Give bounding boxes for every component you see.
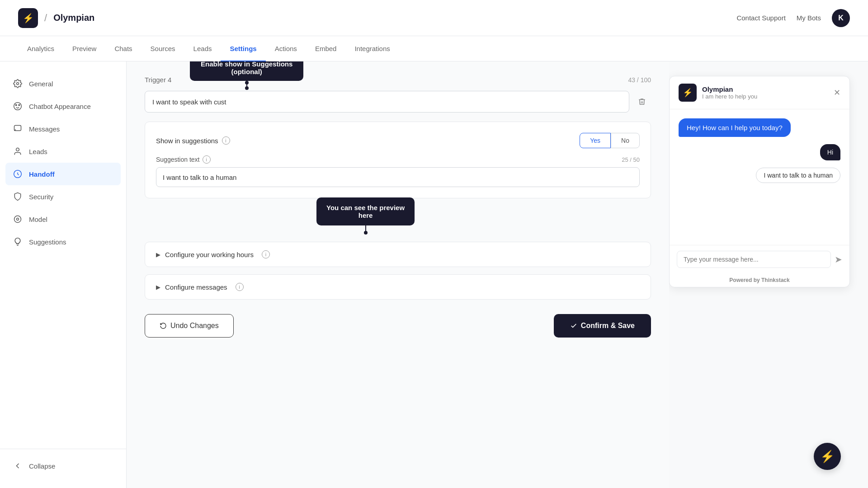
chat-header: ⚡ Olympian I am here to help you ✕: [670, 76, 849, 109]
messages-chevron-icon: ▶: [156, 284, 160, 291]
working-hours-info-icon[interactable]: i: [262, 250, 270, 258]
sidebar-bottom: Collapse: [0, 449, 126, 477]
svg-point-7: [17, 218, 19, 221]
main-layout: General Chatbot Appearance Messages: [0, 61, 868, 488]
suggestion-text-info-icon[interactable]: i: [203, 155, 211, 164]
suggestions-row: Show in suggestions i Yes No: [156, 133, 640, 148]
sidebar-item-suggestions[interactable]: Suggestions: [0, 230, 126, 253]
tab-integrations[interactable]: Integrations: [345, 36, 399, 61]
chat-header-left: ⚡ Olympian I am here to help you: [679, 84, 757, 102]
logo-area: ⚡ / Olympian: [18, 8, 94, 28]
svg-point-1: [14, 103, 22, 110]
bot-greeting-message: Hey! How can I help you today?: [679, 118, 791, 137]
configure-working-hours[interactable]: ▶ Configure your working hours i: [145, 242, 651, 267]
sidebar-label-leads: Leads: [29, 148, 47, 155]
powered-by-brand: Thinkstack: [761, 277, 790, 283]
shield-icon: [13, 192, 23, 202]
nav-tabs: Analytics Preview Chats Sources Leads Se…: [0, 36, 868, 61]
delete-trigger-button[interactable]: [633, 93, 651, 111]
configure-messages-label: Configure messages: [165, 283, 227, 291]
sidebar-item-general[interactable]: General: [0, 72, 126, 95]
tooltip-line1: Enable show in Suggestions: [201, 61, 292, 68]
suggestions-card: Show in suggestions i Yes No Suggestion …: [145, 122, 651, 198]
save-label: Confirm & Save: [581, 322, 635, 330]
gear-icon: [13, 79, 23, 89]
slash-separator: /: [44, 12, 47, 24]
tooltip-line2: (optional): [201, 68, 292, 75]
my-bots-link[interactable]: My Bots: [797, 14, 821, 22]
sidebar-item-handoff[interactable]: Handoff: [5, 163, 121, 185]
lightbulb-icon: [13, 237, 23, 247]
confirm-save-button[interactable]: Confirm & Save: [554, 314, 651, 338]
suggestions-label: Show in suggestions i: [156, 136, 230, 145]
sidebar-item-chatbot-appearance[interactable]: Chatbot Appearance: [0, 95, 126, 117]
sidebar-label-suggestions: Suggestions: [29, 238, 66, 246]
svg-point-3: [19, 104, 20, 106]
undo-changes-button[interactable]: Undo Changes: [145, 314, 234, 338]
chat-bubble-float[interactable]: ⚡: [814, 443, 841, 470]
user-hi-message: Hi: [820, 144, 840, 160]
tab-sources[interactable]: Sources: [142, 36, 184, 61]
svg-point-0: [17, 83, 19, 85]
sidebar-item-messages[interactable]: Messages: [0, 117, 126, 140]
undo-label: Undo Changes: [170, 322, 219, 330]
chat-input-area: ➤: [670, 245, 849, 273]
model-icon: [13, 214, 23, 224]
svg-point-5: [16, 148, 19, 151]
tab-analytics[interactable]: Analytics: [18, 36, 63, 61]
collapse-icon: [13, 461, 23, 471]
contact-support-link[interactable]: Contact Support: [736, 14, 785, 22]
header-right: Contact Support My Bots K: [736, 9, 850, 27]
configure-messages[interactable]: ▶ Configure messages i: [145, 274, 651, 300]
message-icon: [13, 124, 23, 134]
sidebar-item-security[interactable]: Security: [0, 185, 126, 208]
trigger-count: 43 / 100: [628, 76, 651, 84]
chat-message-input[interactable]: [677, 251, 831, 268]
app-name: Olympian: [53, 13, 94, 23]
trigger-input-section: Enable show in Suggestions (optional): [145, 91, 651, 113]
chat-bot-logo: ⚡: [679, 84, 697, 102]
preview-tooltip-line2: here: [326, 211, 405, 219]
sidebar-item-leads[interactable]: Leads: [0, 140, 126, 163]
accordion-chevron-icon: ▶: [156, 251, 160, 258]
tab-settings[interactable]: Settings: [221, 36, 265, 61]
show-in-suggestions-text: Show in suggestions: [156, 137, 218, 145]
chat-bot-info: Olympian I am here to help you: [702, 85, 757, 100]
app-logo[interactable]: ⚡: [18, 8, 38, 28]
no-button[interactable]: No: [611, 133, 640, 148]
powered-by: Powered by Thinkstack: [670, 273, 849, 287]
send-button[interactable]: ➤: [835, 254, 842, 265]
chat-body: Hey! How can I help you today? Hi I want…: [670, 109, 849, 245]
suggestions-card-container: Show in suggestions i Yes No Suggestion …: [145, 122, 651, 198]
preview-tooltip-container: You can see the preview here: [316, 197, 415, 225]
user-avatar[interactable]: K: [832, 9, 850, 27]
trigger-input-row: [145, 91, 651, 113]
chat-bot-name: Olympian: [702, 85, 757, 93]
palette-icon: [13, 101, 23, 111]
tab-preview[interactable]: Preview: [63, 36, 105, 61]
sidebar-label-collapse: Collapse: [29, 462, 55, 470]
yes-button[interactable]: Yes: [580, 133, 611, 148]
chat-preview-panel: ⚡ Olympian I am here to help you ✕ Hey! …: [669, 76, 850, 287]
suggestion-text-input[interactable]: [156, 167, 640, 187]
tab-actions[interactable]: Actions: [266, 36, 306, 61]
suggestions-info-icon[interactable]: i: [222, 136, 230, 145]
suggestion-text-label: Suggestion text i 25 / 50: [156, 155, 640, 164]
chat-bot-subtitle: I am here to help you: [702, 93, 757, 100]
suggestion-text-count: 25 / 50: [622, 156, 640, 163]
tab-leads[interactable]: Leads: [184, 36, 221, 61]
sidebar-item-collapse[interactable]: Collapse: [0, 455, 126, 477]
sidebar-item-model[interactable]: Model: [0, 208, 126, 230]
tab-chats[interactable]: Chats: [105, 36, 141, 61]
svg-point-8: [14, 216, 21, 223]
sidebar-label-general: General: [29, 80, 53, 88]
top-header: ⚡ / Olympian Contact Support My Bots K: [0, 0, 868, 36]
yes-no-toggle: Yes No: [580, 133, 640, 148]
messages-info-icon[interactable]: i: [236, 283, 244, 291]
trigger-input[interactable]: [145, 91, 629, 113]
handoff-icon: [13, 169, 23, 179]
tab-embed[interactable]: Embed: [306, 36, 346, 61]
trigger-title: Trigger 4: [145, 76, 171, 84]
suggestion-chip[interactable]: I want to talk to a human: [756, 168, 840, 183]
chat-close-button[interactable]: ✕: [834, 88, 840, 98]
